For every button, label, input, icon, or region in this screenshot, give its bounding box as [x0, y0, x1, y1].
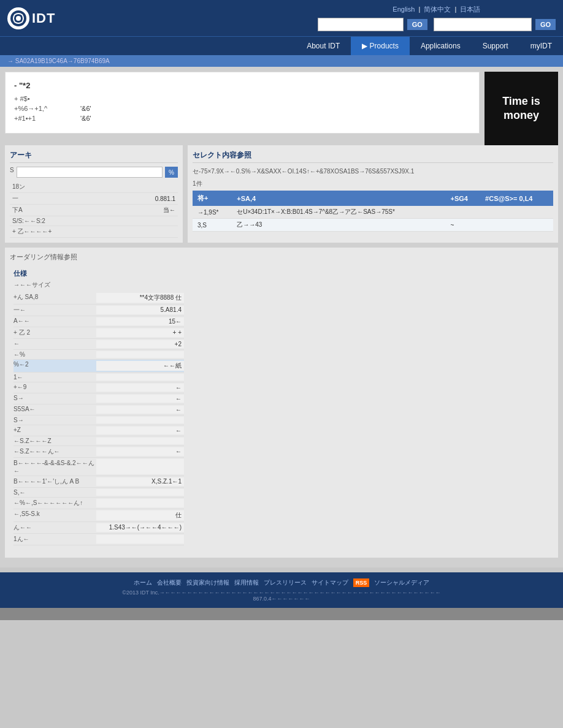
- search-button-2[interactable]: GO: [535, 19, 556, 30]
- docs-cell-1-1: →1,9S*: [193, 206, 232, 219]
- features-row-5: + 乙←←←←+: [10, 226, 178, 238]
- spec-row-0: +ん SA,8 **4文字8888 仕: [13, 292, 184, 305]
- features-table: 18ン 一 0.881.1 下A 当← S/S:←←S:2 + 乙←←←←+: [10, 181, 178, 238]
- prod-row-2: +%6→+1,^ '&6': [14, 105, 470, 112]
- features-search-button[interactable]: %: [165, 167, 178, 178]
- features-row-1: 18ン: [10, 181, 178, 193]
- nav-products[interactable]: ▶ Products: [351, 37, 410, 55]
- nav-support[interactable]: Support: [472, 37, 519, 55]
- prod-label-2: +%6→+1,^: [14, 105, 75, 112]
- docs-th-3: +SG4: [446, 191, 481, 206]
- spec-row-14: ←S.Z←←←ん← ←: [13, 446, 184, 458]
- docs-description: セ-75×7.9X→←0.S%→X&SAXX←OI.14S↑←+&78XOSA1…: [193, 167, 553, 176]
- footer-copy-text2: 867.0.4←←←←←←←: [12, 596, 551, 602]
- search-input-1[interactable]: [318, 18, 404, 31]
- footer-link-home[interactable]: ホーム: [134, 578, 152, 587]
- footer-copy-text: ©2013 IDT Inc.→←←←←←←←←←←←←←←←←←←←←←←←←←…: [12, 590, 551, 596]
- docs-cell-2-3: ~: [446, 219, 481, 232]
- prod-value-3: '&6': [80, 115, 91, 122]
- spec-row-5: ←%: [13, 350, 184, 360]
- spec-row-12: +Z ←: [13, 425, 184, 436]
- rss-icon: RSS: [353, 578, 370, 587]
- header: IDT English | 简体中文 | 日本語 GO GO: [0, 0, 563, 36]
- footer: ホーム 会社概要 投資家向け情報 採用情報 プレスリリース サイトマップ RSS…: [0, 572, 563, 608]
- spec-row-6-highlight: %←2 ←←紙: [13, 360, 184, 373]
- main-wrapper: - "*2 + #$• +%6→+1,^ '&6' +#1•+1 '&6': [0, 67, 563, 567]
- docs-th-2: +SA,4: [232, 191, 445, 206]
- features-col: アーキ S % 18ン 一 0.881.1 下A 当←: [5, 145, 183, 243]
- nav-applications[interactable]: Applications: [410, 37, 472, 55]
- docs-col: セレクト内容参照 セ-75×7.9X→←0.S%→X&SAXX←OI.14S↑←…: [188, 145, 558, 243]
- spec-row-10: S5SA← ←: [13, 404, 184, 415]
- content-area: - "*2 + #$• +%6→+1,^ '&6' +#1•+1 '&6': [5, 72, 558, 145]
- spec-row-7: 1←: [13, 373, 184, 382]
- lang-japanese[interactable]: 日本語: [460, 6, 480, 13]
- lang-english[interactable]: English: [393, 6, 415, 13]
- features-row-2: 一 0.881.1: [10, 193, 178, 205]
- search-area-2: GO: [434, 18, 556, 31]
- features-header: アーキ: [10, 150, 178, 163]
- docs-th-4: #CS@S>= 0,L4: [480, 191, 553, 206]
- right-ad: Time is money: [484, 72, 558, 145]
- docs-count: 1件: [193, 180, 553, 188]
- docs-cell-2-1: 3,S: [193, 219, 232, 232]
- docs-cell-2-2: 乙→→43: [232, 219, 445, 232]
- nav-about[interactable]: About IDT: [296, 37, 351, 55]
- bottom-specs-right: [193, 265, 553, 553]
- spec-row-16: B←←←←1'←'し,ん A B X,S.Z.1←1: [13, 476, 184, 488]
- logo-icon: [7, 7, 29, 29]
- spec-row-19: ←,S5-S.k 仕: [13, 509, 184, 522]
- prod-row-1: + #$•: [14, 95, 470, 102]
- docs-th-1: 将+: [193, 191, 232, 206]
- footer-link-press[interactable]: プレスリリース: [264, 578, 307, 587]
- footer-link-about[interactable]: 会社概要: [157, 578, 182, 587]
- spec-row-18: ←%←,S←←←←←←ん↑: [13, 498, 184, 509]
- docs-row-1: →1,9S* セU×34D:1T×→X:B:B01.4S→7^&8乙→ア乙←SA…: [193, 206, 553, 219]
- lang-bar: English | 简体中文 | 日本語: [391, 5, 482, 14]
- footer-link-ir[interactable]: 投資家向け情報: [186, 578, 229, 587]
- prod-row-3: +#1•+1 '&6': [14, 115, 470, 122]
- svg-point-1: [16, 16, 21, 21]
- search-input-2[interactable]: [434, 18, 532, 31]
- prod-value-2: '&6': [80, 105, 91, 112]
- spec-block-main: 仕様 →←←サイズ +ん SA,8 **4文字8888 仕 一← 5.A81.4…: [10, 265, 188, 549]
- footer-copyright: ©2013 IDT Inc.→←←←←←←←←←←←←←←←←←←←←←←←←←…: [12, 590, 551, 602]
- product-info-box: - "*2 + #$• +%6→+1,^ '&6' +#1•+1 '&6': [5, 72, 480, 134]
- prod-label-3: +#1•+1: [14, 115, 75, 122]
- spec-row-15: B←←←←-&-&-&S-&.2←←ん←: [13, 458, 184, 476]
- spec-row-8: +←9 ←: [13, 382, 184, 393]
- search-area-1: GO: [318, 18, 427, 31]
- docs-cell-1-4: [480, 206, 553, 219]
- spec-subtitle: →←←サイズ: [13, 281, 184, 289]
- ad-banner: Time is money: [484, 72, 558, 145]
- navbar: About IDT ▶ Products Applications Suppor…: [0, 36, 563, 55]
- features-search-input[interactable]: [17, 167, 163, 178]
- docs-cell-1-2: セU×34D:1T×→X:B:B01.4S→7^&8乙→ア乙←SAS→75S*: [232, 206, 445, 219]
- docs-table: 将+ +SA,4 +SG4 #CS@S>= 0,L4 →1,9S* セU×34D…: [193, 191, 553, 232]
- search-button-1[interactable]: GO: [407, 19, 427, 30]
- spec-row-2: A←← 15←: [13, 316, 184, 327]
- bottom-specs: 仕様 →←←サイズ +ん SA,8 **4文字8888 仕 一← 5.A81.4…: [10, 265, 553, 553]
- spec-row-1: 一← 5.A81.4: [13, 305, 184, 316]
- ordering-subtitle: オーダリング情報参照: [10, 252, 553, 262]
- spec-block-title: 仕様: [13, 269, 184, 278]
- spec-row-20: ん←← 1.S43→←(→←←4←←←): [13, 522, 184, 534]
- lang-chinese[interactable]: 简体中文: [424, 6, 451, 13]
- docs-table-header-row: 将+ +SA,4 +SG4 #CS@S>= 0,L4: [193, 191, 553, 206]
- breadcrumb: → SA02A19B19C46A→76B974B69A: [0, 55, 563, 67]
- nav-myidt[interactable]: myIDT: [519, 37, 563, 55]
- footer-link-sitemap[interactable]: サイトマップ: [312, 578, 348, 587]
- bottom-specs-left: 仕様 →←←サイズ +ん SA,8 **4文字8888 仕 一← 5.A81.4…: [10, 265, 188, 553]
- logo-text: IDT: [32, 10, 55, 26]
- features-search-label: S: [10, 167, 14, 178]
- logo: IDT: [7, 7, 55, 29]
- spec-row-3: + 乙 2 + +: [13, 327, 184, 339]
- spec-row-4: ← +2: [13, 339, 184, 350]
- left-content: - "*2 + #$• +%6→+1,^ '&6' +#1•+1 '&6': [5, 72, 480, 145]
- spec-row-9: S→ ←: [13, 393, 184, 404]
- footer-rss-bar: ホーム 会社概要 投資家向け情報 採用情報 プレスリリース サイトマップ RSS…: [12, 578, 551, 587]
- product-title: - "*2: [14, 81, 470, 90]
- footer-link-social[interactable]: ソーシャルメディア: [374, 578, 429, 587]
- spec-row-21: 1ん←: [13, 534, 184, 545]
- footer-link-careers[interactable]: 採用情報: [234, 578, 259, 587]
